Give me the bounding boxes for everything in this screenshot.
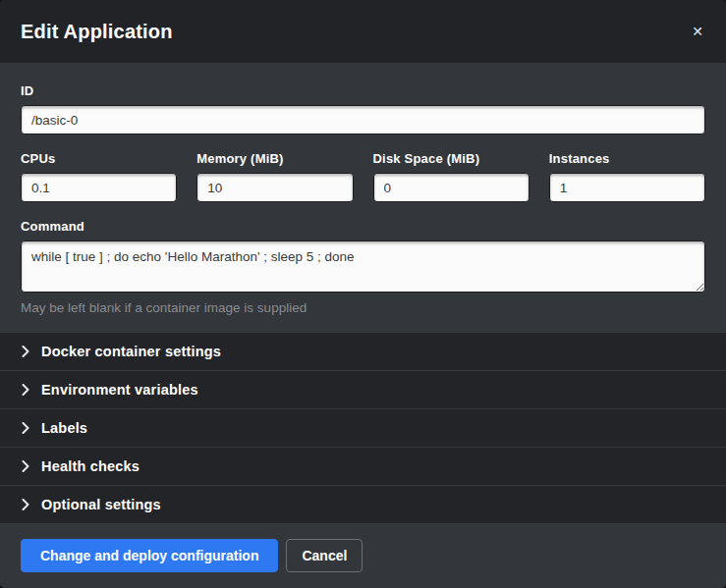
chevron-right-icon: [21, 460, 30, 472]
instances-input[interactable]: [549, 173, 705, 202]
instances-field-group: Instances: [549, 151, 705, 202]
application-form: ID CPUs Memory (MiB) Disk Space (MiB) In…: [0, 63, 726, 333]
disk-field-group: Disk Space (MiB): [373, 151, 530, 202]
chevron-right-icon: [21, 422, 30, 434]
command-field-group: Command while [ true ] ; do echo 'Hello …: [21, 219, 705, 315]
chevron-right-icon: [21, 384, 30, 396]
modal-header: Edit Application ✕: [0, 0, 726, 63]
change-and-deploy-button[interactable]: Change and deploy configuration: [21, 539, 278, 572]
section-label: Environment variables: [41, 382, 198, 398]
instances-label: Instances: [549, 151, 705, 166]
modal-footer: Change and deploy configuration Cancel: [0, 523, 726, 588]
cpus-label: CPUs: [21, 151, 177, 166]
disk-input[interactable]: [373, 173, 530, 202]
section-docker-container-settings[interactable]: Docker container settings: [0, 333, 726, 370]
modal-title: Edit Application: [21, 21, 173, 43]
disk-label: Disk Space (MiB): [373, 151, 530, 166]
command-textarea[interactable]: while [ true ] ; do echo 'Hello Marathon…: [21, 241, 705, 293]
section-label: Health checks: [41, 458, 140, 474]
section-label: Optional settings: [41, 497, 161, 512]
command-help-text: May be left blank if a container image i…: [21, 300, 705, 315]
section-health-checks[interactable]: Health checks: [0, 447, 726, 485]
edit-application-modal: Edit Application ✕ ID CPUs Memory (MiB) …: [0, 0, 726, 588]
id-input[interactable]: [21, 105, 705, 134]
id-field-group: ID: [21, 83, 705, 134]
section-label: Labels: [41, 420, 87, 436]
section-environment-variables[interactable]: Environment variables: [0, 370, 726, 408]
section-labels[interactable]: Labels: [0, 408, 726, 447]
chevron-right-icon: [21, 499, 30, 510]
cancel-button[interactable]: Cancel: [286, 539, 363, 572]
command-label: Command: [21, 219, 705, 234]
close-icon[interactable]: ✕: [690, 21, 705, 42]
id-label: ID: [21, 83, 705, 98]
accordion-sections: Docker container settings Environment va…: [0, 333, 726, 523]
section-label: Docker container settings: [41, 344, 221, 359]
chevron-right-icon: [21, 346, 30, 357]
section-optional-settings[interactable]: Optional settings: [0, 485, 726, 523]
memory-label: Memory (MiB): [196, 151, 353, 166]
resources-row: CPUs Memory (MiB) Disk Space (MiB) Insta…: [21, 151, 705, 202]
memory-input[interactable]: [196, 173, 353, 202]
memory-field-group: Memory (MiB): [196, 151, 353, 202]
cpus-field-group: CPUs: [21, 151, 177, 202]
cpus-input[interactable]: [21, 173, 177, 202]
